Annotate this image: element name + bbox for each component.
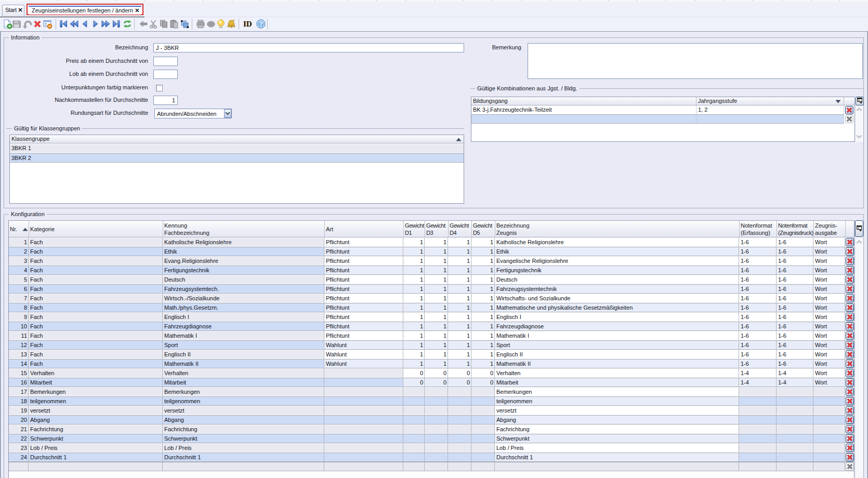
svg-text:?: ? <box>259 21 263 27</box>
